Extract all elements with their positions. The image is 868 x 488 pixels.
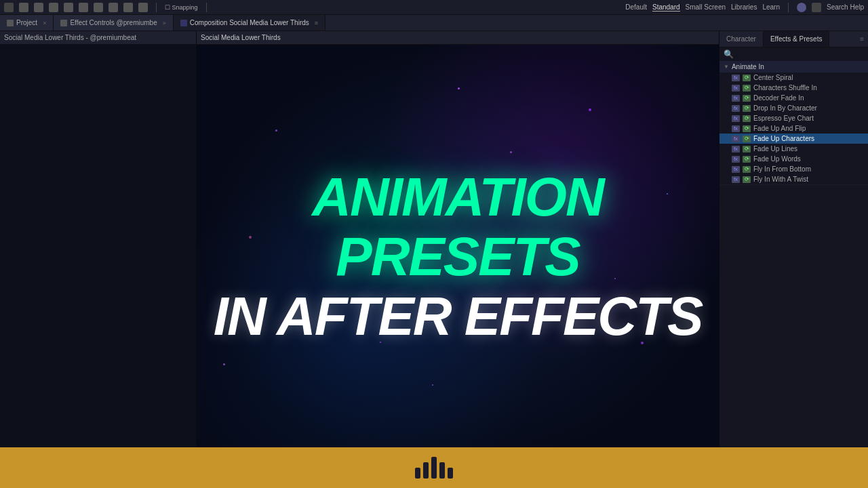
bottom-bar	[0, 447, 868, 488]
effect-icon2: ⟳	[743, 95, 751, 102]
tool-icon3[interactable]	[49, 3, 58, 12]
effect-icon2: ⟳	[743, 85, 751, 92]
effect-fade-up-chars[interactable]: fx ⟳ Fade Up Characters	[719, 134, 868, 144]
effect-fade-up-lines[interactable]: fx ⟳ Fade Up Lines	[719, 144, 868, 154]
effect-name: Drop In By Character	[753, 104, 817, 112]
tool-icon9[interactable]	[138, 3, 148, 12]
effect-icon2: ⟳	[743, 115, 751, 122]
effects-search-header: 🔍	[719, 47, 868, 61]
tab-spacer	[326, 15, 868, 30]
project-tab-icon	[7, 20, 14, 26]
logo	[415, 457, 453, 479]
tool-icon8[interactable]	[123, 3, 133, 12]
particle	[510, 151, 512, 153]
tool-icon2[interactable]	[34, 3, 43, 12]
comp-name-label: Social Media Lower Thirds	[201, 34, 281, 41]
effects-panel-menu[interactable]: ≡	[856, 31, 868, 47]
effect-icon: fx	[732, 166, 740, 173]
tool-icon[interactable]	[19, 3, 28, 12]
effect-fly-in-bottom[interactable]: fx ⟳ Fly In From Bottom	[719, 164, 868, 174]
tool-icon4[interactable]	[64, 3, 73, 12]
left-panel-header: Social Media Lower Thirds - @premiumbeat	[0, 31, 196, 45]
animate-in-group: ▼ Animate In fx ⟳ Center Spiral fx ⟳ Cha…	[719, 61, 868, 185]
search-help[interactable]: Search Help	[827, 3, 864, 11]
tool-icon7[interactable]	[108, 3, 118, 12]
effect-name: Fade Up Lines	[753, 145, 797, 152]
effect-espresso[interactable]: fx ⟳ Espresso Eye Chart	[719, 113, 868, 123]
tool-icon5[interactable]	[79, 3, 88, 12]
effect-icon: fx	[732, 75, 740, 81]
effect-icon: fx	[732, 176, 740, 183]
character-tab[interactable]: Character	[719, 31, 764, 47]
comp-tab-close[interactable]: ≡	[315, 20, 318, 26]
effect-icon2: ⟳	[743, 146, 751, 152]
effects-tree: ▼ Animate In fx ⟳ Center Spiral fx ⟳ Cha…	[719, 61, 868, 488]
ec-tab-icon	[60, 20, 67, 26]
workspace-libraries[interactable]: Libraries	[731, 3, 757, 11]
left-panel: Social Media Lower Thirds - @premiumbeat	[0, 31, 197, 488]
effect-center-spiral[interactable]: fx ⟳ Center Spiral	[719, 73, 868, 83]
particle	[275, 129, 277, 131]
right-panel: Character Effects & Presets ≡ 🔍 ▼ Animat…	[719, 31, 868, 488]
project-tab-close[interactable]: ×	[43, 20, 46, 26]
effect-fade-up-flip[interactable]: fx ⟳ Fade Up And Flip	[719, 123, 868, 134]
ec-tab-label: Effect Controls @premiumbe	[70, 19, 157, 26]
particle	[458, 87, 460, 89]
effect-fly-in-twist[interactable]: fx ⟳ Fly In With A Twist	[719, 174, 868, 184]
logo-bar-2	[423, 462, 429, 479]
workspace-default[interactable]: Default	[625, 3, 647, 11]
logo-bar-5	[448, 468, 453, 479]
effect-fade-up-words[interactable]: fx ⟳ Fade Up Words	[719, 154, 868, 164]
effect-drop-in[interactable]: fx ⟳ Drop In By Character	[719, 103, 868, 113]
search-bar-icon[interactable]	[812, 3, 821, 12]
workspace-standard[interactable]: Standard	[652, 3, 680, 12]
menu-bar: ☐ Snapping Default Standard Small Screen…	[0, 0, 868, 15]
effect-name: Characters Shuffle In	[753, 84, 817, 92]
particle	[432, 384, 433, 386]
effect-icon: fx	[732, 115, 740, 122]
effect-chars-shuffle[interactable]: fx ⟳ Characters Shuffle In	[719, 83, 868, 93]
project-tab[interactable]: Project ×	[0, 15, 54, 30]
workspace-small[interactable]: Small Screen	[686, 3, 726, 11]
account-icon[interactable]	[797, 3, 806, 12]
comp-canvas: ANIMATION PRESETS IN AFTER EFFECTS	[197, 45, 719, 469]
effect-icon2: ⟳	[743, 176, 751, 183]
effect-icon: fx	[732, 136, 740, 142]
effect-name: Fly In With A Twist	[753, 176, 808, 183]
particle	[223, 363, 225, 365]
snapping-checkbox[interactable]: ☐ Snapping	[165, 4, 198, 11]
project-tab-label: Project	[16, 19, 37, 26]
panel-tabs: Project × Effect Controls @premiumbe » C…	[0, 15, 868, 31]
effect-icon2: ⟳	[743, 75, 751, 81]
comp-tab-label: Composition Social Media Lower Thirds	[190, 19, 309, 26]
separator	[156, 3, 157, 12]
workspace-learn[interactable]: Learn	[762, 3, 780, 11]
effect-icon: fx	[732, 85, 740, 92]
particle	[589, 108, 591, 111]
left-panel-content	[0, 45, 196, 488]
effect-decoder-fade[interactable]: fx ⟳ Decoder Fade In	[719, 93, 868, 103]
effect-name: Fade Up Words	[753, 155, 801, 163]
sep3	[788, 3, 789, 12]
center-panel: Social Media Lower Thirds ANIMATION PRES…	[197, 31, 719, 488]
effect-controls-tab[interactable]: Effect Controls @premiumbe »	[54, 15, 173, 30]
effect-name: Fade Up And Flip	[753, 125, 806, 132]
effect-icon: fx	[732, 105, 740, 112]
effect-icon2: ⟳	[743, 166, 751, 173]
effect-icon: fx	[732, 125, 740, 132]
animate-in-group-header[interactable]: ▼ Animate In	[719, 61, 868, 73]
comp-header: Social Media Lower Thirds	[197, 31, 719, 45]
logo-bar-4	[439, 462, 445, 479]
title-line1: ANIMATION PRESETS	[197, 167, 719, 287]
effect-name: Decoder Fade In	[753, 94, 804, 102]
ec-tab-close[interactable]: »	[163, 20, 166, 26]
effects-presets-tab[interactable]: Effects & Presets	[764, 31, 830, 47]
animate-in-label: Animate In	[732, 63, 764, 70]
comp-tab[interactable]: Composition Social Media Lower Thirds ≡	[174, 15, 326, 30]
effect-name: Espresso Eye Chart	[753, 115, 814, 122]
effect-name: Fly In From Bottom	[753, 165, 811, 173]
title-line2: IN AFTER EFFECTS	[197, 287, 719, 346]
separator2	[206, 3, 207, 12]
tool-icon6[interactable]	[94, 3, 103, 12]
app-icon	[4, 3, 14, 12]
